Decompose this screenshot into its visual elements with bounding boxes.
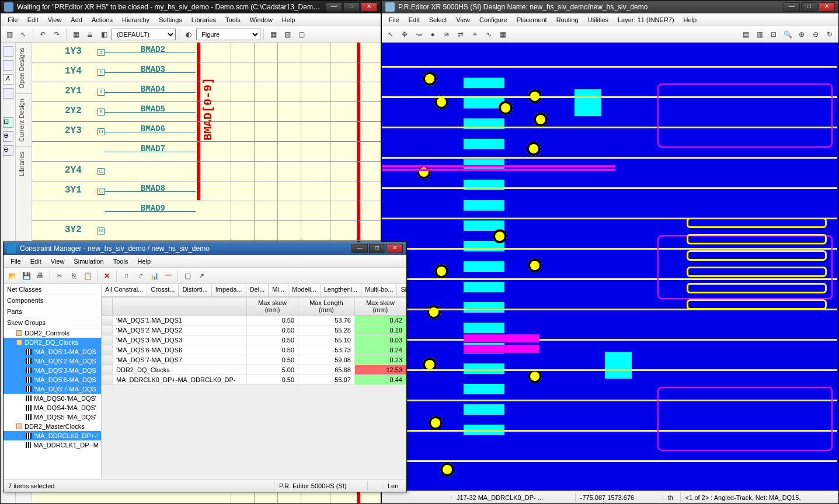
delete-icon[interactable]: ✕ [100, 270, 113, 282]
row-handle[interactable] [102, 316, 113, 326]
pr-canvas[interactable] [382, 43, 838, 491]
tool-b-icon[interactable] [3, 60, 13, 71]
tab-del[interactable]: Del... [246, 284, 269, 296]
refresh-icon[interactable]: ↻ [823, 28, 836, 41]
cell-value[interactable]: 59.08 [298, 355, 355, 365]
tab-multibo[interactable]: Multi-bo... [361, 284, 397, 296]
wave-icon[interactable]: 〰 [162, 270, 175, 282]
cell-value[interactable]: 55.10 [298, 335, 355, 345]
maximize-button[interactable]: □ [369, 244, 385, 253]
cell-name[interactable]: 'MA_DQS'7-MA_DQS7 [113, 355, 247, 365]
tab-modeli[interactable]: Modeli... [288, 284, 321, 296]
col-header[interactable]: Max skew (mm) [247, 298, 298, 316]
cell-value[interactable]: 0.42 [354, 316, 406, 326]
cell-value[interactable]: 0.44 [354, 375, 406, 385]
menu-window[interactable]: Window [245, 15, 277, 24]
minimize-button[interactable]: — [326, 2, 342, 12]
menu-view[interactable]: View [46, 257, 69, 266]
tree-section-skew-groups[interactable]: Skew Groups [4, 317, 101, 328]
close-button[interactable]: ✕ [361, 2, 377, 12]
menu-layer-11-inner7-[interactable]: Layer: 11 (INNER7) [613, 15, 679, 24]
row-handle[interactable] [102, 365, 113, 375]
tree-section-parts[interactable]: Parts [4, 306, 101, 317]
tree-item[interactable]: 'MA_DQS'6-MA_DQS [4, 375, 101, 384]
scm-titlebar[interactable]: Waiting for "PREditor XR HS" to be close… [1, 1, 381, 13]
row-handle[interactable] [102, 355, 113, 365]
color-icon[interactable]: ◧ [98, 28, 110, 41]
print-icon[interactable]: 🖶 [34, 270, 47, 282]
menu-view[interactable]: View [43, 15, 67, 24]
paste-icon[interactable]: 📋 [81, 270, 94, 282]
row-handle[interactable] [102, 375, 113, 385]
tab-lengtheni[interactable]: Lengtheni... [321, 284, 362, 296]
tool-a-icon[interactable] [3, 46, 13, 57]
col-header[interactable]: Max skew (mm) [354, 298, 406, 316]
cell-value[interactable]: 0.50 [247, 355, 298, 365]
cell-value[interactable]: 0.03 [354, 335, 406, 345]
cell-name[interactable]: 'MA_DQS'2-MA_DQS2 [113, 326, 247, 335]
tree-item[interactable]: MA_DDRCLK1_DP--M [4, 440, 101, 450]
menu-settings[interactable]: Settings [154, 15, 187, 24]
tool-c-icon[interactable] [3, 88, 13, 99]
open-icon[interactable]: 📂 [6, 270, 19, 282]
menu-utilities[interactable]: Utilities [583, 15, 613, 24]
pointer-icon[interactable]: ↖ [17, 28, 30, 41]
menu-simulation[interactable]: Simulation [69, 257, 108, 266]
tab-sk[interactable]: Sk... [397, 284, 406, 296]
cell-value[interactable]: 55.28 [298, 326, 355, 335]
cell-value[interactable]: 0.50 [247, 335, 298, 345]
layers-icon[interactable]: ≣ [83, 28, 96, 41]
cell-name[interactable]: 'MA_DQS'1-MA_DQS1 [113, 316, 247, 326]
menu-configure[interactable]: Configure [475, 15, 512, 24]
cell-value[interactable]: 65.88 [298, 365, 355, 375]
layer-icon[interactable]: ▤ [739, 28, 752, 41]
row-handle[interactable] [102, 335, 113, 345]
menu-hierarchy[interactable]: Hierarchy [117, 15, 154, 24]
bus-icon[interactable]: ≡ [468, 28, 481, 41]
move-icon[interactable]: ✥ [398, 28, 411, 41]
menu-actions[interactable]: Actions [87, 15, 117, 24]
menu-tools[interactable]: Tools [109, 257, 133, 266]
cell-value[interactable]: 0.50 [247, 326, 298, 335]
colors-icon[interactable]: ▥ [753, 28, 766, 41]
cut-icon[interactable]: ✂ [53, 270, 66, 282]
via-icon[interactable]: ● [426, 28, 439, 41]
menu-view[interactable]: View [451, 15, 475, 24]
zoom-out-icon[interactable]: ⊖ [809, 28, 822, 41]
copy-icon[interactable]: ⎘ [67, 270, 80, 282]
tree-item[interactable]: 'MA_DQS'7-MA_DQS [4, 384, 101, 394]
tab-allconstrai[interactable]: All Constrai... [102, 284, 147, 296]
cm-grid[interactable]: Max skew (mm)Max Length (mm)Max skew (mm… [102, 297, 406, 479]
minimize-button[interactable]: — [351, 244, 368, 253]
tab-mi[interactable]: Mi... [269, 284, 288, 296]
side-tab-open-designs[interactable]: Open Designs [16, 43, 32, 93]
zoom-fit-icon[interactable]: ⊡ [767, 28, 780, 41]
tree-item[interactable]: MA_DQS5-'MA_DQS' [4, 412, 101, 422]
search-icon[interactable]: 🔍 [781, 28, 794, 41]
side-tab-current-design[interactable]: Current Design [16, 93, 32, 146]
menu-placement[interactable]: Placement [512, 15, 552, 24]
tree-item[interactable]: MA_DQS0-'MA_DQS' [4, 394, 101, 403]
menu-edit[interactable]: Edit [26, 257, 46, 266]
tree-item[interactable]: MA_DQS4-'MA_DQS' [4, 403, 101, 412]
maximize-button[interactable]: □ [343, 2, 360, 12]
zoom-fit-icon[interactable]: ⊡ [3, 117, 13, 128]
zoom-out-icon[interactable]: ⊖ [3, 145, 13, 156]
tab-distorti[interactable]: Distorti... [179, 284, 211, 296]
window-icon[interactable]: ▢ [181, 270, 194, 282]
tree-item[interactable]: DDR2_Controls [4, 328, 101, 338]
row-handle[interactable] [102, 326, 113, 335]
cell-name[interactable]: 'MA_DQS'6-MA_DQS6 [113, 345, 247, 355]
table-row[interactable]: 'MA_DQS'7-MA_DQS70.5059.080.23 [102, 355, 406, 365]
undo-icon[interactable]: ↶ [36, 28, 49, 41]
cell-name[interactable]: 'MA_DQS'3-MA_DQS3 [113, 335, 247, 345]
route-icon[interactable]: ↝ [412, 28, 425, 41]
tool-text-icon[interactable]: A [3, 74, 13, 85]
tree-item[interactable]: DDR2_MasterClocks [4, 422, 101, 431]
menu-file[interactable]: File [6, 257, 26, 266]
table-row[interactable]: 'MA_DQS'6-MA_DQS60.5053.730.24 [102, 345, 406, 355]
cell-value[interactable]: 12.53 [354, 365, 406, 375]
cell-name[interactable]: MA_DDRCLK0_DP+-MA_DDRCLK0_DP- [113, 375, 247, 385]
figure-combo[interactable]: Figure [196, 29, 260, 40]
menu-libraries[interactable]: Libraries [187, 15, 221, 24]
